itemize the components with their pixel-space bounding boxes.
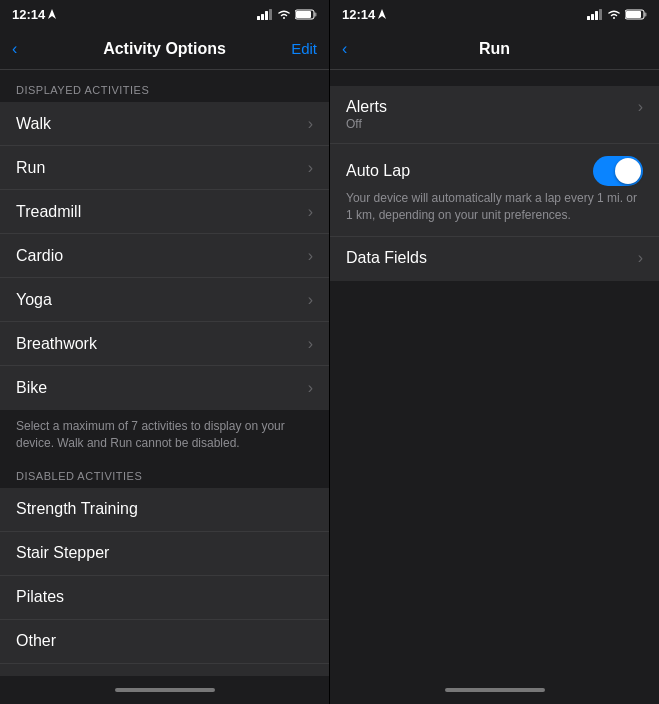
- left-home-bar: [115, 688, 215, 692]
- activity-yoga[interactable]: Yoga ›: [0, 278, 329, 322]
- right-home-bar: [445, 688, 545, 692]
- left-panel: 12:14: [0, 0, 329, 704]
- svg-rect-9: [587, 16, 590, 20]
- right-scroll: Alerts › Off Auto Lap Your device will a…: [330, 70, 659, 676]
- right-status-bar: 12:14: [330, 0, 659, 28]
- disabled-activities-header: DISABLED ACTIVITIES: [0, 456, 329, 488]
- right-signal-icon: [587, 9, 603, 20]
- right-home-indicator: [330, 676, 659, 704]
- displayed-activities-header: DISPLAYED ACTIVITIES: [0, 70, 329, 102]
- data-fields-item[interactable]: Data Fields ›: [330, 237, 659, 281]
- left-back-button[interactable]: ‹: [12, 40, 17, 58]
- svg-rect-14: [626, 11, 641, 18]
- displayed-activities-list: Walk › Run › Treadmill › Cardio › Yoga ›…: [0, 102, 329, 410]
- right-back-button[interactable]: ‹: [342, 40, 347, 58]
- right-nav-bar: ‹ Run: [330, 28, 659, 70]
- left-nav-bar: ‹ Activity Options Edit: [0, 28, 329, 70]
- toggle-knob: [615, 158, 641, 184]
- svg-rect-1: [257, 16, 260, 20]
- right-status-icons: [587, 9, 647, 20]
- left-home-indicator: [0, 676, 329, 704]
- left-status-icons: [257, 9, 317, 20]
- right-location-icon: [378, 9, 386, 19]
- activity-elliptical[interactable]: Elliptical: [0, 664, 329, 676]
- svg-rect-2: [261, 14, 264, 20]
- activity-strength-training[interactable]: Strength Training: [0, 488, 329, 532]
- svg-rect-12: [599, 9, 602, 20]
- svg-rect-6: [296, 11, 311, 18]
- battery-icon: [295, 9, 317, 20]
- signal-icon: [257, 9, 273, 20]
- activity-bike[interactable]: Bike ›: [0, 366, 329, 410]
- activity-breathwork[interactable]: Breathwork ›: [0, 322, 329, 366]
- left-edit-button[interactable]: Edit: [291, 40, 317, 57]
- left-nav-title: Activity Options: [103, 40, 226, 58]
- left-scroll: DISPLAYED ACTIVITIES Walk › Run › Treadm…: [0, 70, 329, 676]
- activity-other[interactable]: Other: [0, 620, 329, 664]
- alerts-item[interactable]: Alerts › Off: [330, 86, 659, 144]
- right-status-time: 12:14: [342, 7, 386, 22]
- right-wifi-icon: [607, 9, 621, 20]
- right-nav-title: Run: [479, 40, 510, 58]
- svg-rect-7: [315, 12, 317, 16]
- right-panel: 12:14 ‹ Run: [330, 0, 659, 704]
- alerts-row: Alerts ›: [346, 98, 643, 116]
- svg-rect-3: [265, 11, 268, 20]
- svg-rect-10: [591, 14, 594, 20]
- location-icon: [48, 9, 56, 19]
- left-status-bar: 12:14: [0, 0, 329, 28]
- svg-marker-8: [378, 9, 386, 19]
- activity-pilates[interactable]: Pilates: [0, 576, 329, 620]
- left-status-time: 12:14: [12, 7, 56, 22]
- svg-rect-15: [645, 12, 647, 16]
- svg-rect-4: [269, 9, 272, 20]
- activity-stair-stepper[interactable]: Stair Stepper: [0, 532, 329, 576]
- right-battery-icon: [625, 9, 647, 20]
- auto-lap-toggle[interactable]: [593, 156, 643, 186]
- svg-rect-11: [595, 11, 598, 20]
- activity-run[interactable]: Run ›: [0, 146, 329, 190]
- auto-lap-item: Auto Lap Your device will automatically …: [330, 144, 659, 237]
- disabled-activities-list: Strength Training Stair Stepper Pilates …: [0, 488, 329, 676]
- run-settings-list: Alerts › Off Auto Lap Your device will a…: [330, 86, 659, 281]
- activity-walk[interactable]: Walk ›: [0, 102, 329, 146]
- activity-treadmill[interactable]: Treadmill ›: [0, 190, 329, 234]
- activity-cardio[interactable]: Cardio ›: [0, 234, 329, 278]
- displayed-activities-footer: Select a maximum of 7 activities to disp…: [0, 410, 329, 456]
- auto-lap-row: Auto Lap: [346, 156, 643, 186]
- wifi-icon: [277, 9, 291, 20]
- svg-marker-0: [48, 9, 56, 19]
